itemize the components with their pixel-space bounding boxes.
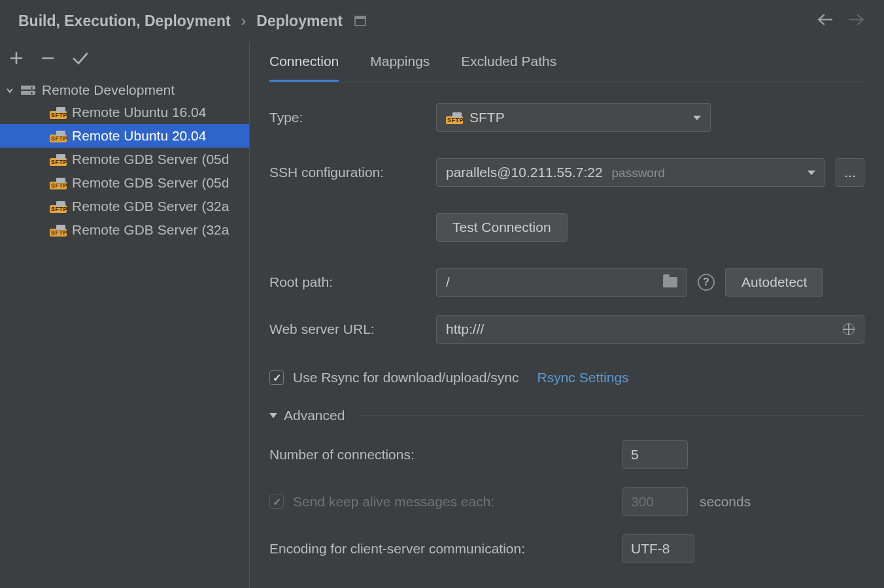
use-rsync-checkbox[interactable] — [269, 370, 284, 385]
tree-item-label: Remote GDB Server (05d — [72, 152, 229, 167]
type-value: SFTP — [469, 110, 505, 125]
tree-item-label: Remote GDB Server (32a — [72, 199, 229, 214]
servers-tree: Remote Development SFTPRemote Ubuntu 16.… — [0, 77, 249, 242]
keepalive-label: Send keep alive messages each: — [293, 494, 494, 510]
chevron-down-icon — [808, 171, 815, 175]
sftp-icon: SFTP — [446, 111, 463, 124]
breadcrumb-seg-1[interactable]: Build, Execution, Deployment — [18, 12, 231, 30]
keepalive-value: 300 — [631, 494, 654, 510]
use-rsync-label: Use Rsync for download/upload/sync — [293, 370, 519, 385]
details-tabs: Connection Mappings Excluded Paths — [269, 43, 864, 82]
tree-item-server[interactable]: SFTPRemote Ubuntu 20.04 — [0, 124, 249, 148]
remove-server-icon[interactable] — [41, 51, 55, 69]
num-connections-value: 5 — [631, 447, 639, 463]
set-default-icon[interactable] — [72, 51, 89, 69]
ssh-config-label: SSH configuration: — [269, 165, 436, 180]
ssh-config-browse-button[interactable]: ... — [836, 158, 864, 187]
keepalive-unit: seconds — [700, 494, 751, 510]
encoding-label: Encoding for client-server communication… — [269, 541, 622, 557]
keepalive-input: 300 — [622, 487, 688, 516]
tab-mappings[interactable]: Mappings — [370, 54, 430, 82]
advanced-label: Advanced — [284, 408, 345, 423]
num-connections-label: Number of connections: — [269, 447, 622, 463]
tree-item-server[interactable]: SFTPRemote Ubuntu 16.04 — [0, 101, 249, 124]
tree-item-server[interactable]: SFTPRemote GDB Server (32a — [0, 218, 249, 242]
chevron-down-icon — [5, 82, 14, 98]
breadcrumb: Build, Execution, Deployment › Deploymen… — [0, 0, 884, 42]
tree-item-label: Remote Ubuntu 16.04 — [72, 105, 206, 120]
keepalive-checkbox — [269, 495, 284, 509]
deployment-details-panel: Connection Mappings Excluded Paths Type:… — [250, 42, 884, 588]
tab-excluded-paths[interactable]: Excluded Paths — [461, 54, 556, 82]
tree-item-label: Remote Ubuntu 20.04 — [72, 128, 206, 144]
advanced-section-header[interactable]: Advanced — [269, 408, 864, 423]
tree-item-label: Remote GDB Server (32a — [72, 222, 229, 238]
ssh-auth-hint: password — [612, 166, 665, 180]
chevron-down-icon — [693, 116, 701, 120]
tree-item-server[interactable]: SFTPRemote GDB Server (05d — [0, 171, 249, 195]
web-url-input[interactable]: http:/// — [436, 315, 864, 344]
folder-icon[interactable] — [663, 277, 677, 287]
sftp-icon: SFTP — [50, 176, 67, 189]
test-connection-button[interactable]: Test Connection — [436, 213, 568, 242]
breadcrumb-separator: › — [241, 12, 246, 30]
breadcrumb-seg-2[interactable]: Deployment — [256, 12, 343, 30]
root-path-label: Root path: — [269, 274, 436, 290]
sftp-icon: SFTP — [50, 106, 67, 119]
sftp-icon: SFTP — [50, 129, 67, 142]
web-url-value: http:/// — [446, 321, 484, 337]
svg-rect-1 — [355, 16, 366, 19]
rsync-settings-link[interactable]: Rsync Settings — [537, 370, 629, 385]
ssh-config-value: parallels@10.211.55.7:22 — [446, 165, 603, 180]
sftp-icon: SFTP — [50, 153, 67, 166]
type-label: Type: — [269, 110, 436, 125]
autodetect-button[interactable]: Autodetect — [725, 268, 823, 297]
servers-toolbar — [0, 42, 249, 77]
sftp-icon: SFTP — [50, 200, 67, 213]
globe-icon[interactable] — [843, 323, 855, 335]
encoding-value: UTF-8 — [631, 541, 670, 557]
back-arrow-icon[interactable] — [816, 12, 833, 30]
open-in-new-window-icon[interactable] — [354, 12, 366, 30]
connection-form: Type: SFTP SFTP SSH configuration: — [269, 82, 864, 563]
tree-root-label: Remote Development — [42, 82, 175, 98]
deployment-servers-panel: Remote Development SFTPRemote Ubuntu 16.… — [0, 42, 250, 588]
num-connections-input[interactable]: 5 — [622, 440, 688, 469]
encoding-select[interactable]: UTF-8 — [622, 534, 694, 563]
tree-item-server[interactable]: SFTPRemote GDB Server (05d — [0, 148, 249, 171]
divider — [360, 416, 864, 416]
type-select[interactable]: SFTP SFTP — [436, 103, 711, 132]
root-path-value: / — [446, 274, 450, 290]
tab-connection[interactable]: Connection — [269, 54, 339, 82]
root-path-input[interactable]: / — [436, 268, 687, 297]
forward-arrow-icon[interactable] — [849, 12, 866, 30]
tree-item-label: Remote GDB Server (05d — [72, 175, 229, 191]
web-url-label: Web server URL: — [269, 321, 436, 337]
tree-item-server[interactable]: SFTPRemote GDB Server (32a — [0, 195, 249, 218]
tree-root[interactable]: Remote Development — [0, 80, 249, 101]
help-icon[interactable]: ? — [698, 274, 715, 291]
server-group-icon — [21, 86, 35, 95]
sftp-icon: SFTP — [50, 223, 67, 237]
add-server-icon[interactable] — [9, 51, 24, 69]
ssh-config-select[interactable]: parallels@10.211.55.7:22 password — [436, 158, 825, 187]
chevron-down-icon — [269, 413, 277, 418]
